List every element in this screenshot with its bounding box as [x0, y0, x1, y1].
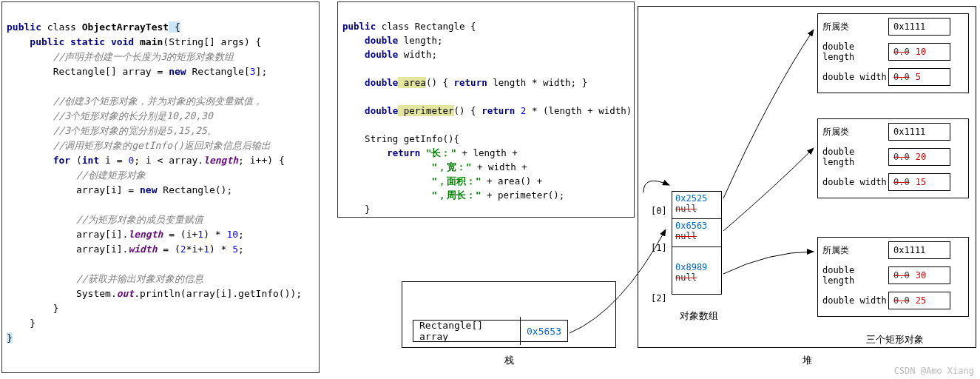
- s: "，宽：": [431, 161, 477, 172]
- t: i =: [99, 155, 128, 166]
- kw: new: [169, 66, 186, 77]
- t: ;: [238, 244, 244, 255]
- slot-addr: 0x2525: [675, 193, 718, 204]
- m: area: [398, 77, 426, 88]
- br: {: [169, 21, 180, 33]
- code-panel-test: public class ObjectArrayTest { public st…: [1, 1, 320, 373]
- m: perimeter: [398, 105, 453, 116]
- kw: return: [454, 77, 487, 88]
- obj-length-label: double length: [818, 147, 888, 167]
- t: * (length + width); }: [526, 105, 635, 116]
- br: }: [7, 332, 13, 343]
- t: Rectangle();: [158, 184, 233, 195]
- kw: return: [387, 147, 420, 158]
- t: (: [70, 155, 82, 166]
- obj-length-label: double length: [818, 41, 888, 62]
- t: Rectangle[] array =: [53, 66, 169, 77]
- kw: public: [342, 21, 376, 32]
- array-slot-0: 0x2525 null: [672, 191, 722, 219]
- stack-variable-box: Rectangle[] array 0x5653: [413, 320, 568, 342]
- slot-addr: 0x8989: [675, 262, 718, 272]
- obj-width-label: double width: [818, 295, 888, 306]
- n: 1: [203, 244, 209, 255]
- array-label: 对象数组: [666, 309, 732, 323]
- object-box-0: 所属类0x1111 double length0.010 double widt…: [817, 13, 969, 93]
- t: .println(array[i].getInfo());: [134, 288, 302, 299]
- t: + length +: [462, 147, 517, 158]
- br: }: [53, 303, 59, 314]
- obj-class-addr: 0x1111: [888, 241, 950, 259]
- kw: int: [82, 155, 99, 166]
- kw: double: [365, 35, 398, 46]
- slot-addr: 0x6563: [675, 221, 718, 231]
- obj-width-label: double width: [818, 177, 888, 187]
- comment: //为矩形对象的成员变量赋值: [76, 214, 203, 225]
- n: 2: [180, 244, 186, 255]
- kw: double: [365, 105, 398, 116]
- t: String getInfo(){: [365, 133, 459, 144]
- object-box-2: 所属类0x1111 double length0.030 double widt…: [817, 237, 969, 317]
- t: ) *: [203, 229, 226, 240]
- f: length: [203, 155, 238, 166]
- obj-class-label: 所属类: [818, 126, 888, 138]
- obj-class-label: 所属类: [818, 21, 888, 33]
- t: ; i++) {: [238, 155, 285, 166]
- kw: return: [481, 105, 515, 116]
- slot-index-0: [0]: [651, 206, 667, 216]
- watermark: CSDN @Amo Xiang: [894, 366, 974, 376]
- num: 3: [250, 66, 256, 77]
- out: out: [117, 288, 134, 299]
- f: length: [128, 229, 163, 240]
- t: ; i < array.: [134, 155, 203, 166]
- n: 5: [232, 244, 238, 255]
- s: "，周长：": [431, 190, 487, 201]
- stack-caption: 栈: [402, 354, 616, 367]
- kw: public static: [30, 36, 105, 47]
- t: + perimeter();: [487, 190, 564, 201]
- obj-length-val: 0.030: [888, 266, 950, 284]
- obj-width-val: 0.05: [888, 68, 950, 86]
- obj-length-val: 0.010: [888, 43, 950, 61]
- t: array[i].: [76, 244, 128, 255]
- t: ;: [238, 229, 244, 240]
- stack-var-label: Rectangle[] array: [413, 317, 521, 345]
- t: ) *: [209, 244, 232, 255]
- n: 1: [197, 229, 203, 240]
- kw: double: [365, 49, 398, 60]
- objects-label: 三个矩形对象: [821, 333, 969, 346]
- comment: //调用矩形对象的getInfo()返回对象信息后输出: [53, 140, 271, 151]
- m: main: [140, 36, 163, 47]
- t: + area() +: [487, 175, 542, 187]
- obj-class-label: 所属类: [818, 244, 888, 257]
- kw: void: [105, 36, 140, 47]
- stack-var-addr: 0x5653: [521, 323, 567, 340]
- t: () {: [454, 105, 482, 116]
- kw: public: [7, 21, 41, 33]
- comment: //获取并输出对象对象的信息: [76, 273, 203, 284]
- f: width: [128, 244, 157, 255]
- t: width;: [398, 49, 437, 60]
- obj-width-val: 0.025: [888, 292, 950, 309]
- t: System.: [76, 288, 117, 299]
- t: ];: [256, 66, 268, 77]
- slot-null: null: [675, 272, 718, 283]
- comment: //3个矩形对象的宽分别是5,15,25。: [53, 125, 217, 136]
- comment: //创建3个矩形对象，并为对象的实例变量赋值，: [53, 95, 263, 107]
- t: = (: [158, 244, 180, 255]
- obj-width-label: double width: [818, 72, 888, 82]
- t: length * width; }: [487, 77, 587, 88]
- kw: double: [365, 77, 398, 88]
- s: "，面积：": [431, 175, 487, 187]
- t: () {: [426, 77, 454, 88]
- n: 10: [226, 229, 238, 240]
- code-panel-rectangle: public class Rectangle { double length; …: [337, 1, 635, 218]
- obj-length-label: double length: [818, 265, 888, 286]
- t: (String[] args) {: [163, 36, 261, 47]
- slot-null: null: [675, 204, 718, 214]
- s: "长：": [420, 147, 462, 158]
- t: = (i+: [163, 229, 197, 240]
- slot-index-2: [2]: [651, 293, 667, 303]
- array-slot-1: 0x6563 null: [672, 219, 722, 247]
- kw: for: [53, 155, 70, 166]
- slot-null: null: [675, 231, 718, 241]
